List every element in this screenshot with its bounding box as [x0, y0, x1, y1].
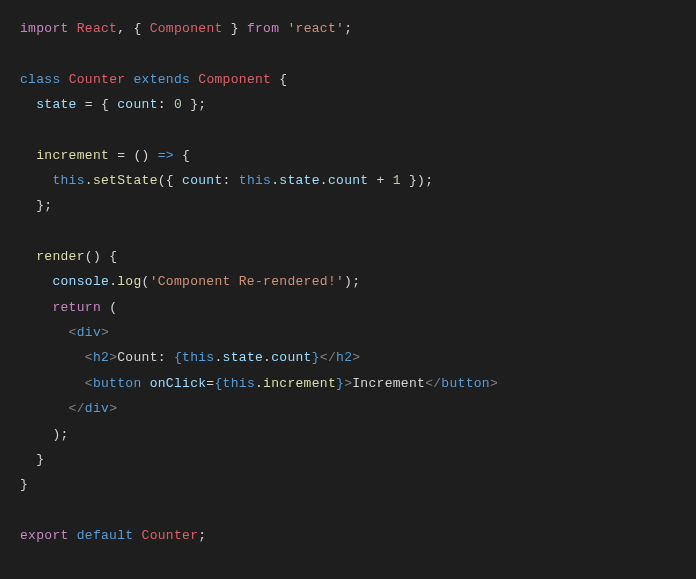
- component-parent: Component: [198, 72, 271, 87]
- this-keyword: this: [239, 173, 271, 188]
- module-string: 'react': [287, 21, 344, 36]
- button-tag: button: [93, 376, 142, 391]
- number-zero: 0: [174, 97, 182, 112]
- arrow-fn: =>: [158, 148, 174, 163]
- dot: .: [255, 376, 263, 391]
- line-10: render() {: [20, 249, 117, 264]
- rparen: ): [417, 173, 425, 188]
- log-method: log: [117, 274, 141, 289]
- lbrace: {: [109, 249, 117, 264]
- semicolon: ;: [44, 198, 52, 213]
- count-prop: count: [182, 173, 223, 188]
- line-7: this.setState({ count: this.state.count …: [20, 173, 433, 188]
- line-4: state = { count: 0 };: [20, 97, 206, 112]
- semicolon: ;: [198, 528, 206, 543]
- dot: .: [263, 350, 271, 365]
- lbrace: {: [279, 72, 287, 87]
- semicolon: ;: [352, 274, 360, 289]
- increment-method: increment: [36, 148, 109, 163]
- line-8: };: [20, 198, 52, 213]
- line-3: class Counter extends Component {: [20, 72, 287, 87]
- line-17: );: [20, 427, 69, 442]
- line-15: <button onClick={this.increment}>Increme…: [20, 376, 498, 391]
- dot: .: [320, 173, 328, 188]
- setstate-method: setState: [93, 173, 158, 188]
- dot: .: [214, 350, 222, 365]
- render-method: render: [36, 249, 85, 264]
- keyword-extends: extends: [133, 72, 190, 87]
- lbrace: {: [133, 21, 141, 36]
- tag-open: </: [69, 401, 85, 416]
- jsx-lbrace: {: [174, 350, 182, 365]
- onclick-attr: onClick: [150, 376, 207, 391]
- line-12: return (: [20, 300, 117, 315]
- parens: (): [133, 148, 149, 163]
- return-keyword: return: [52, 300, 101, 315]
- lbrace: {: [182, 148, 190, 163]
- rbrace: }: [20, 477, 28, 492]
- jsx-text-count: Count:: [117, 350, 174, 365]
- semicolon: ;: [198, 97, 206, 112]
- jsx-lbrace: {: [214, 376, 222, 391]
- equals: =: [117, 148, 125, 163]
- h2-tag: h2: [336, 350, 352, 365]
- line-11: console.log('Component Re-rendered!');: [20, 274, 360, 289]
- tag-close: >: [490, 376, 498, 391]
- plus: +: [377, 173, 385, 188]
- export-keyword: export: [20, 528, 69, 543]
- tag-open: </: [320, 350, 336, 365]
- lparen: (: [142, 274, 150, 289]
- button-tag: button: [441, 376, 490, 391]
- keyword-from: from: [247, 21, 279, 36]
- line-1: import React, { Component } from 'react'…: [20, 21, 352, 36]
- rbrace: }: [231, 21, 239, 36]
- div-tag: div: [77, 325, 101, 340]
- div-tag: div: [85, 401, 109, 416]
- comma: ,: [117, 21, 125, 36]
- equals: =: [85, 97, 93, 112]
- dot: .: [85, 173, 93, 188]
- tag-close: >: [109, 401, 117, 416]
- count-prop: count: [328, 173, 369, 188]
- jsx-rbrace: }: [336, 376, 344, 391]
- this-keyword: this: [223, 376, 255, 391]
- line-14: <h2>Count: {this.state.count}</h2>: [20, 350, 360, 365]
- class-counter: Counter: [69, 72, 126, 87]
- line-19: }: [20, 477, 28, 492]
- line-13: <div>: [20, 325, 109, 340]
- lparen: (: [158, 173, 166, 188]
- rbrace: }: [409, 173, 417, 188]
- tag-close: >: [101, 325, 109, 340]
- rparen: ): [344, 274, 352, 289]
- count-prop: count: [271, 350, 312, 365]
- this-keyword: this: [182, 350, 214, 365]
- tag-close: >: [352, 350, 360, 365]
- state-property: state: [36, 97, 77, 112]
- log-string: 'Component Re-rendered!': [150, 274, 344, 289]
- semicolon: ;: [425, 173, 433, 188]
- tag-open: <: [85, 376, 93, 391]
- colon: :: [223, 173, 231, 188]
- lbrace: {: [166, 173, 174, 188]
- counter-export: Counter: [142, 528, 199, 543]
- tag-open: </: [425, 376, 441, 391]
- tag-open: <: [85, 350, 93, 365]
- parens: (): [85, 249, 101, 264]
- keyword-import: import: [20, 21, 69, 36]
- rbrace: }: [36, 452, 44, 467]
- component-identifier: Component: [150, 21, 223, 36]
- semicolon: ;: [61, 427, 69, 442]
- lparen: (: [109, 300, 117, 315]
- this-keyword: this: [52, 173, 84, 188]
- tag-open: <: [69, 325, 77, 340]
- default-keyword: default: [77, 528, 134, 543]
- console-obj: console: [52, 274, 109, 289]
- keyword-class: class: [20, 72, 61, 87]
- increment-ref: increment: [263, 376, 336, 391]
- code-block: import React, { Component } from 'react'…: [20, 16, 676, 548]
- lbrace: {: [101, 97, 109, 112]
- line-16: </div>: [20, 401, 117, 416]
- react-identifier: React: [77, 21, 118, 36]
- state-prop: state: [279, 173, 320, 188]
- number-one: 1: [393, 173, 401, 188]
